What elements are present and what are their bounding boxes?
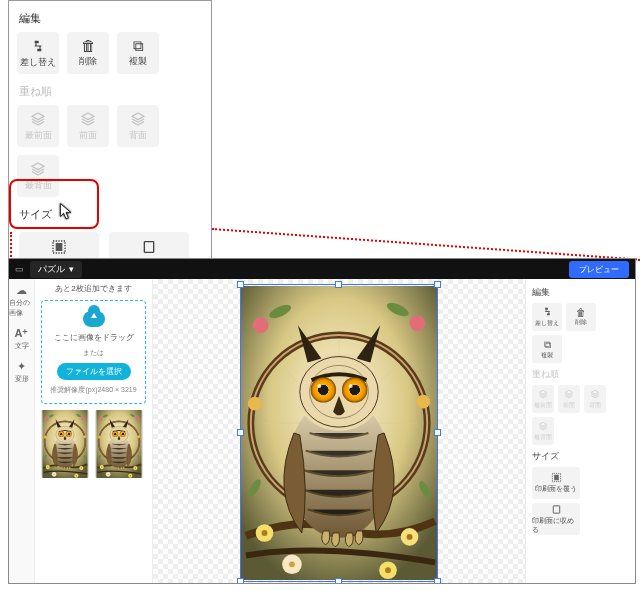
rail-text[interactable]: A⁺ 文字 xyxy=(15,328,29,351)
duplicate-button[interactable]: ⧉ 複製 xyxy=(117,32,159,74)
rp-o4: 最背面 xyxy=(534,433,552,442)
rail-images-label: 自分の画像 xyxy=(9,298,34,318)
rail-text-label: 文字 xyxy=(15,341,29,351)
backward-button[interactable]: 背面 xyxy=(117,105,159,147)
swap-button[interactable]: 差し替え xyxy=(17,32,59,74)
dropzone[interactable]: ここに画像をドラッグ または ファイルを選択 推奨解像度(px)2480 × 3… xyxy=(41,300,146,404)
thumbnail-2[interactable] xyxy=(95,410,143,478)
drag-text: ここに画像をドラッグ xyxy=(54,332,134,343)
resize-handle-tl[interactable] xyxy=(237,281,244,288)
cloud-upload-icon: ☁ xyxy=(16,285,27,296)
section-title-size: サイズ xyxy=(19,207,203,222)
file-picker-button[interactable]: ファイルを選択 xyxy=(57,363,131,380)
rp-o3: 背面 xyxy=(589,401,601,410)
chevron-down-icon: ▾ xyxy=(69,264,74,274)
cover-icon xyxy=(51,239,67,255)
section-title-edit: 編集 xyxy=(19,11,203,26)
resize-handle-br[interactable] xyxy=(434,578,441,584)
product-title-text: パズル xyxy=(38,263,65,276)
rp-dup-button[interactable]: ⧉複製 xyxy=(532,335,562,363)
uploader-panel: あと2枚追加できます ここに画像をドラッグ または ファイルを選択 推奨解像度(… xyxy=(35,279,153,583)
rp-del-label: 削除 xyxy=(575,318,587,327)
duplicate-label: 複製 xyxy=(129,55,147,68)
fit-icon xyxy=(551,504,562,517)
rp-fit-button[interactable]: 印刷面に収める xyxy=(532,503,580,535)
or-text: または xyxy=(83,348,104,358)
forward-label: 前面 xyxy=(79,129,97,142)
rp-o2: 前面 xyxy=(563,401,575,410)
rail-transform[interactable]: ✦ 変形 xyxy=(15,361,29,384)
delete-label: 削除 xyxy=(79,55,97,68)
fit-icon xyxy=(141,239,157,255)
tool-rail: ☁ 自分の画像 A⁺ 文字 ✦ 変形 xyxy=(9,279,35,583)
layers-back-icon xyxy=(538,421,548,433)
thumbnail-1[interactable] xyxy=(41,410,89,478)
rail-transform-label: 変形 xyxy=(15,374,29,384)
rp-front-button[interactable]: 最前面 xyxy=(532,385,554,413)
rp-edit-title: 編集 xyxy=(532,287,629,299)
forward-button[interactable]: 前面 xyxy=(67,105,109,147)
canvas[interactable] xyxy=(153,279,525,583)
cloud-icon xyxy=(83,311,105,327)
rp-o1: 最前面 xyxy=(534,401,552,410)
resize-handle-tr[interactable] xyxy=(434,281,441,288)
duplicate-icon: ⧉ xyxy=(544,339,551,351)
bring-front-label: 最前面 xyxy=(25,129,52,142)
swap-label: 差し替え xyxy=(20,56,56,69)
text-icon: A⁺ xyxy=(15,328,29,339)
backward-label: 背面 xyxy=(129,129,147,142)
layers-backward-icon xyxy=(590,389,600,401)
preview-button-label: プレビュー xyxy=(579,265,619,274)
cover-icon xyxy=(551,472,562,485)
rp-back-button[interactable]: 最背面 xyxy=(532,417,554,445)
rp-swap-label: 差し替え xyxy=(535,319,559,328)
bring-front-button[interactable]: 最前面 xyxy=(17,105,59,147)
swap-icon xyxy=(30,38,46,54)
transform-icon: ✦ xyxy=(17,361,26,372)
file-picker-label: ファイルを選択 xyxy=(66,367,122,376)
rp-forward-button[interactable]: 前面 xyxy=(558,385,580,413)
rp-swap-button[interactable]: 差し替え xyxy=(532,303,562,331)
layers-forward-icon xyxy=(564,389,574,401)
send-back-button[interactable]: 最背面 xyxy=(17,155,59,197)
layers-backward-icon xyxy=(130,111,146,127)
zoom-edit-panel: 編集 差し替え 🗑 削除 ⧉ 複製 重ね順 最前面 前面 xyxy=(8,0,212,291)
rail-images[interactable]: ☁ 自分の画像 xyxy=(9,285,34,318)
swap-icon xyxy=(542,306,553,319)
resize-handle-mr[interactable] xyxy=(434,429,441,436)
selected-artwork[interactable] xyxy=(241,285,437,581)
remaining-count: あと2枚追加できます xyxy=(41,283,146,294)
preview-button[interactable]: プレビュー xyxy=(569,261,629,278)
layers-back-icon xyxy=(30,161,46,177)
resize-handle-bl[interactable] xyxy=(237,578,244,584)
rp-fit-label: 印刷面に収める xyxy=(532,517,580,535)
rp-dup-label: 複製 xyxy=(541,351,553,360)
recommended-size: 推奨解像度(px)2480 × 3219 xyxy=(50,385,136,395)
trash-icon: 🗑 xyxy=(81,38,96,53)
layers-forward-icon xyxy=(80,111,96,127)
rp-backward-button[interactable]: 背面 xyxy=(584,385,606,413)
resize-handle-ml[interactable] xyxy=(237,429,244,436)
resize-handle-mt[interactable] xyxy=(335,281,342,288)
rp-cover-label: 印刷面を覆う xyxy=(535,485,577,494)
duplicate-icon: ⧉ xyxy=(133,38,144,53)
rp-order-title: 重ね順 xyxy=(532,369,629,381)
trash-icon: 🗑 xyxy=(576,307,586,318)
delete-button[interactable]: 🗑 削除 xyxy=(67,32,109,74)
app-titlebar: ▭ パズル ▾ プレビュー xyxy=(9,259,635,279)
resize-handle-mb[interactable] xyxy=(335,578,342,584)
properties-panel: 編集 差し替え 🗑削除 ⧉複製 重ね順 最前面 前面 背面 最背面 サイズ 印刷… xyxy=(525,279,635,583)
rp-size-title: サイズ xyxy=(532,451,629,463)
rp-cover-button[interactable]: 印刷面を覆う xyxy=(532,467,580,499)
send-back-label: 最背面 xyxy=(25,179,52,192)
layers-front-icon xyxy=(538,389,548,401)
product-title[interactable]: パズル ▾ xyxy=(30,261,82,278)
editor-app: ▭ パズル ▾ プレビュー ☁ 自分の画像 A⁺ 文字 xyxy=(8,258,636,584)
rp-delete-button[interactable]: 🗑削除 xyxy=(566,303,596,331)
section-title-order: 重ね順 xyxy=(19,84,203,99)
layers-front-icon xyxy=(30,111,46,127)
window-chrome-icon: ▭ xyxy=(15,264,24,274)
